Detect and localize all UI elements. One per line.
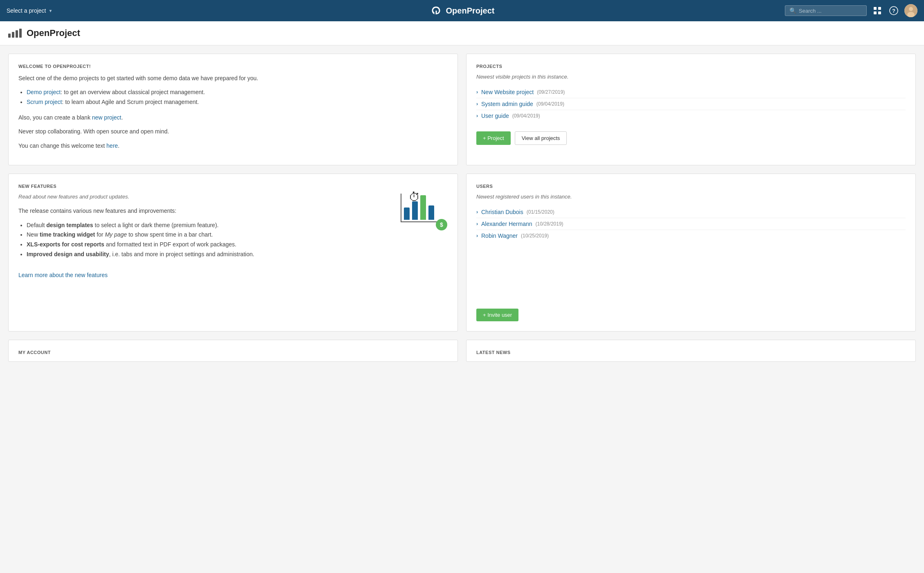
my-account-card: MY ACCOUNT xyxy=(8,340,458,362)
features-subtitle: Read about new features and product upda… xyxy=(18,194,392,200)
feature-item-3: XLS-exports for cost reports and formatt… xyxy=(27,240,392,250)
chart-bar-2 xyxy=(412,201,418,220)
feature-item-1: Default design templates to select a lig… xyxy=(27,221,392,230)
chevron-right-icon: › xyxy=(476,89,478,95)
svg-rect-0 xyxy=(874,7,877,10)
search-icon: 🔍 xyxy=(789,7,796,14)
chart-bar-1 xyxy=(404,208,410,220)
chevron-right-icon: › xyxy=(476,101,478,107)
features-content: Read about new features and product upda… xyxy=(18,194,448,278)
svg-point-7 xyxy=(909,7,913,11)
users-subtitle: Newest registered users in this instance… xyxy=(476,194,906,200)
feature-item-4: Improved design and usability, i.e. tabs… xyxy=(27,250,392,259)
projects-button-row: + Project View all projects xyxy=(476,131,906,145)
page-title: OpenProject xyxy=(27,28,80,38)
collab-text: Never stop collaborating. With open sour… xyxy=(18,127,448,136)
latest-news-title: LATEST NEWS xyxy=(476,350,906,355)
blank-project-text: Also, you can create a blank new project… xyxy=(18,113,448,122)
demo-project-item: Demo project: to get an overview about c… xyxy=(27,88,448,97)
page-header: OpenProject xyxy=(0,21,924,45)
latest-news-card: LATEST NEWS xyxy=(466,340,916,362)
user-link-3[interactable]: Robin Wagner xyxy=(481,232,518,239)
new-project-link[interactable]: new project xyxy=(92,114,122,121)
new-features-card: NEW FEATURES Read about new features and… xyxy=(8,174,458,332)
project-link-1[interactable]: New Website project xyxy=(481,89,534,95)
chart-bars xyxy=(401,194,446,222)
project-list: › New Website project (09/27/2019) › Sys… xyxy=(476,86,906,122)
chevron-right-icon: › xyxy=(476,113,478,119)
view-all-projects-button[interactable]: View all projects xyxy=(515,131,567,145)
features-illustration: ⏱ $ xyxy=(399,194,448,230)
users-card: USERS Newest registered users in this in… xyxy=(466,174,916,332)
user-link-2[interactable]: Alexander Hermann xyxy=(481,221,532,227)
chart-bar-3 xyxy=(420,195,426,220)
avatar[interactable] xyxy=(904,4,917,17)
chevron-right-icon: › xyxy=(476,209,478,215)
features-text: Read about new features and product upda… xyxy=(18,194,392,278)
help-icon[interactable]: ? xyxy=(888,5,899,16)
chart-illustration: ⏱ $ xyxy=(401,194,446,230)
top-grid: WELCOME TO OPENPROJECT! Select one of th… xyxy=(8,54,916,165)
avatar-image xyxy=(904,4,917,17)
project-link-3[interactable]: User guide xyxy=(481,113,509,119)
page-title-icon xyxy=(8,29,22,38)
invite-user-button[interactable]: + Invite user xyxy=(476,309,518,321)
dollar-badge: $ xyxy=(436,219,447,230)
search-input[interactable] xyxy=(799,8,862,14)
demo-project-list: Demo project: to get an overview about c… xyxy=(18,88,448,107)
chevron-right-icon: › xyxy=(476,221,478,227)
apps-grid-icon[interactable] xyxy=(872,5,883,16)
svg-text:?: ? xyxy=(892,8,895,14)
welcome-card: WELCOME TO OPENPROJECT! Select one of th… xyxy=(8,54,458,165)
here-link[interactable]: here xyxy=(106,142,118,149)
select-project-label: Select a project xyxy=(7,7,46,14)
projects-subtitle: Newest visible projects in this instance… xyxy=(476,74,906,80)
search-box[interactable]: 🔍 xyxy=(785,5,867,16)
user-item: › Robin Wagner (10/25/2019) xyxy=(476,230,906,241)
user-list: › Christian Dubois (01/15/2020) › Alexan… xyxy=(476,206,906,241)
header: Select a project ▼ OpenProject 🔍 xyxy=(0,0,924,21)
svg-rect-2 xyxy=(874,11,877,14)
clock-icon: ⏱ xyxy=(409,190,420,204)
add-project-button[interactable]: + Project xyxy=(476,131,511,145)
header-right: 🔍 ? xyxy=(785,4,917,17)
bottom-grid: NEW FEATURES Read about new features and… xyxy=(8,174,916,332)
chart-bar-4 xyxy=(428,205,434,220)
features-intro: The release contains various new feature… xyxy=(18,206,392,215)
project-link-2[interactable]: System admin guide xyxy=(481,101,533,107)
features-list: Default design templates to select a lig… xyxy=(18,221,392,259)
learn-more-link[interactable]: Learn more about the new features xyxy=(18,272,108,278)
user-link-1[interactable]: Christian Dubois xyxy=(481,209,523,215)
welcome-card-title: WELCOME TO OPENPROJECT! xyxy=(18,64,448,69)
user-item: › Christian Dubois (01/15/2020) xyxy=(476,206,906,218)
chevron-down-icon: ▼ xyxy=(49,9,53,13)
main-content: WELCOME TO OPENPROJECT! Select one of th… xyxy=(0,45,924,370)
demo-project-link[interactable]: Demo project xyxy=(27,89,61,95)
logo-text: OpenProject xyxy=(446,6,495,16)
select-project-dropdown[interactable]: Select a project ▼ xyxy=(7,7,52,14)
users-card-title: USERS xyxy=(476,184,906,189)
scrum-project-link[interactable]: Scrum project xyxy=(27,99,62,105)
user-item: › Alexander Hermann (10/28/2019) xyxy=(476,218,906,230)
svg-rect-1 xyxy=(878,7,881,10)
partial-grid: MY ACCOUNT LATEST NEWS xyxy=(8,340,916,362)
invite-user-button-row: + Invite user xyxy=(476,251,906,321)
app-logo: OpenProject xyxy=(430,5,495,16)
change-text: You can change this welcome text here. xyxy=(18,141,448,150)
feature-item-2: New time tracking widget for My page to … xyxy=(27,230,392,240)
projects-card-title: PROJECTS xyxy=(476,64,906,69)
logo-icon xyxy=(430,5,443,16)
project-item: › New Website project (09/27/2019) xyxy=(476,86,906,98)
project-item: › System admin guide (09/04/2019) xyxy=(476,98,906,110)
chevron-right-icon: › xyxy=(476,233,478,239)
scrum-project-item: Scrum project: to learn about Agile and … xyxy=(27,97,448,107)
svg-rect-3 xyxy=(878,11,881,14)
projects-card: PROJECTS Newest visible projects in this… xyxy=(466,54,916,165)
new-features-title: NEW FEATURES xyxy=(18,184,448,189)
welcome-intro: Select one of the demo projects to get s… xyxy=(18,74,448,83)
project-item: › User guide (09/04/2019) xyxy=(476,110,906,122)
my-account-title: MY ACCOUNT xyxy=(18,350,448,355)
